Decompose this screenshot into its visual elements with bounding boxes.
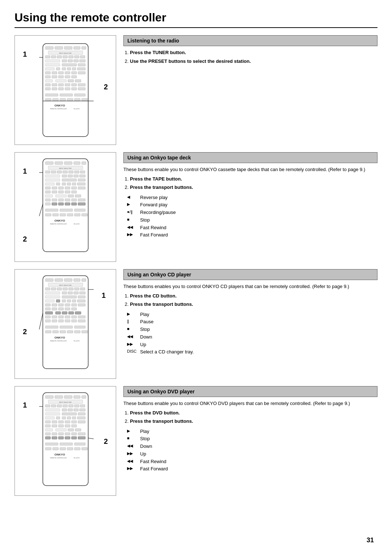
svg-rect-160 — [45, 296, 60, 298]
svg-rect-272 — [60, 447, 66, 450]
section-radio: 1 2 INPUT SELECTOR — [15, 35, 377, 145]
svg-rect-47 — [65, 84, 70, 86]
remote-image-radio: 1 2 INPUT SELECTOR — [15, 35, 116, 145]
svg-rect-13 — [74, 56, 79, 58]
svg-rect-181 — [56, 312, 61, 314]
svg-rect-100 — [52, 187, 57, 189]
svg-text:ONKYO: ONKYO — [54, 219, 65, 222]
svg-rect-87 — [68, 175, 73, 177]
svg-rect-111 — [56, 195, 66, 197]
svg-rect-269 — [74, 443, 85, 445]
svg-rect-225 — [80, 405, 85, 407]
section-header-radio: Listening to the radio — [123, 35, 377, 46]
svg-rect-19 — [79, 60, 85, 62]
svg-rect-116 — [58, 199, 64, 201]
svg-rect-266 — [78, 437, 85, 439]
svg-rect-237 — [67, 417, 71, 419]
label-1-cd: 1 — [102, 291, 106, 300]
svg-rect-235 — [56, 417, 60, 419]
svg-rect-105 — [45, 191, 50, 193]
svg-rect-158 — [74, 292, 78, 294]
svg-rect-200 — [45, 331, 51, 333]
svg-rect-187 — [58, 316, 64, 318]
svg-rect-176 — [52, 308, 57, 310]
svg-rect-252 — [56, 429, 66, 431]
svg-rect-244 — [72, 421, 77, 423]
svg-rect-73 — [64, 162, 72, 165]
svg-rect-213 — [55, 396, 63, 398]
svg-rect-185 — [45, 316, 50, 318]
svg-rect-159 — [79, 292, 85, 294]
svg-rect-88 — [74, 175, 78, 177]
icon-up-dvd: ▶▶ — [127, 450, 137, 458]
svg-rect-9 — [51, 56, 56, 58]
svg-rect-204 — [74, 331, 80, 333]
svg-rect-273 — [67, 447, 73, 450]
info-tape: Using an Onkyo tape deck These buttons e… — [123, 152, 377, 262]
svg-rect-271 — [53, 447, 58, 450]
svg-rect-72 — [55, 162, 63, 165]
svg-rect-229 — [74, 409, 78, 411]
svg-rect-132 — [67, 214, 73, 216]
svg-rect-178 — [65, 308, 70, 310]
svg-rect-81 — [63, 171, 68, 173]
svg-rect-259 — [72, 433, 77, 435]
svg-text:INPUT SELECTOR: INPUT SELECTOR — [59, 167, 72, 169]
svg-rect-156 — [62, 292, 67, 294]
svg-rect-164 — [56, 300, 60, 302]
svg-rect-95 — [62, 183, 66, 185]
svg-rect-58 — [74, 94, 85, 96]
svg-rect-249 — [65, 425, 70, 427]
section-header-dvd: Using an Onkyo DVD player — [123, 386, 377, 397]
remote-svg-radio: INPUT SELECTOR — [37, 43, 94, 137]
svg-rect-245 — [78, 421, 85, 423]
svg-rect-11 — [63, 56, 68, 58]
svg-rect-184 — [75, 312, 81, 314]
svg-rect-24 — [56, 68, 60, 70]
svg-rect-94 — [56, 183, 60, 185]
svg-text:RC-4270: RC-4270 — [74, 108, 80, 110]
svg-rect-165 — [62, 300, 66, 302]
label-1-tape: 1 — [23, 167, 27, 175]
svg-rect-104 — [78, 187, 85, 189]
info-cd: Using an Onkyo CD player These buttons e… — [123, 269, 377, 379]
svg-rect-43 — [75, 80, 81, 82]
section-cd: 1 2 INPUT SELECTOR — [15, 269, 377, 379]
svg-rect-49 — [78, 84, 85, 86]
svg-rect-188 — [65, 316, 70, 318]
svg-rect-251 — [45, 429, 53, 431]
step-radio-2: Use the PRESET buttons to select the des… — [130, 58, 377, 65]
section-header-cd: Using an Onkyo CD player — [123, 269, 377, 280]
svg-rect-48 — [72, 84, 77, 86]
transport-item-cd-3: ◀◀Down — [127, 333, 377, 341]
svg-rect-193 — [58, 320, 64, 322]
label-2-cd: 2 — [23, 328, 27, 336]
svg-rect-172 — [65, 304, 70, 306]
svg-rect-44 — [45, 84, 50, 86]
svg-rect-34 — [78, 72, 85, 74]
svg-rect-248 — [58, 425, 64, 427]
svg-rect-275 — [82, 447, 87, 450]
svg-rect-182 — [62, 312, 67, 314]
svg-rect-212 — [45, 396, 53, 398]
svg-line-139 — [39, 204, 43, 216]
svg-rect-148 — [45, 288, 50, 290]
svg-rect-74 — [74, 162, 80, 165]
svg-rect-149 — [51, 288, 56, 290]
svg-rect-79 — [51, 171, 56, 173]
svg-rect-10 — [57, 56, 62, 58]
svg-rect-264 — [65, 437, 70, 439]
icon-down-cd: ◀◀ — [127, 333, 137, 341]
svg-rect-103 — [72, 187, 77, 189]
svg-rect-117 — [65, 199, 70, 201]
svg-rect-53 — [65, 88, 70, 90]
svg-rect-90 — [45, 179, 60, 181]
svg-rect-33 — [72, 72, 77, 74]
transport-list-dvd: ▶Play ■Stop ◀◀Down ▶▶Up ◀◀Fast Rewind ▶▶… — [127, 428, 377, 473]
transport-item-tape-2: ●/‖Recording/pause — [127, 209, 377, 216]
svg-rect-177 — [58, 308, 64, 310]
icon-play-dvd: ▶ — [127, 428, 137, 436]
svg-rect-108 — [65, 191, 70, 193]
svg-text:RC-4270: RC-4270 — [74, 457, 80, 459]
transport-item-dvd-0: ▶Play — [127, 428, 377, 436]
